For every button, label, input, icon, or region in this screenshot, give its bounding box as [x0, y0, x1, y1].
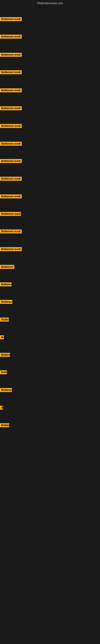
bottleneck-badge-label-18: Bottleneck result	[0, 318, 9, 322]
bottleneck-badge-label-22: Bottleneck result	[0, 388, 12, 392]
bottleneck-badge-label-11: Bottleneck result	[0, 194, 22, 198]
bottleneck-badge-11: Bottleneck result	[0, 194, 22, 199]
bottleneck-badge-15: Bottleneck result	[0, 265, 14, 270]
bottleneck-badge-22: Bottleneck result	[0, 388, 12, 393]
bottleneck-badge-label-15: Bottleneck result	[0, 265, 14, 269]
bottleneck-badge-label-17: Bottleneck result	[0, 300, 12, 304]
bottleneck-badge-label-19: Bottleneck result	[0, 335, 4, 339]
bottleneck-badge-label-4: Bottleneck result	[0, 70, 22, 74]
bottleneck-badge-label-12: Bottleneck result	[0, 212, 21, 216]
bottleneck-badge-21: Bottleneck result	[0, 370, 7, 375]
bottleneck-badge-label-21: Bottleneck result	[0, 370, 7, 374]
bottleneck-badge-label-3: Bottleneck result	[0, 53, 22, 57]
bottleneck-badge-2: Bottleneck result	[0, 34, 22, 40]
bottleneck-badge-label-24: Bottleneck result	[0, 423, 9, 427]
bottleneck-badge-label-20: Bottleneck result	[0, 353, 10, 357]
bottleneck-badge-24: Bottleneck result	[0, 423, 9, 428]
bottleneck-badge-12: Bottleneck result	[0, 212, 21, 217]
bottleneck-badge-3: Bottleneck result	[0, 53, 22, 58]
bottleneck-badge-label-7: Bottleneck result	[0, 124, 22, 128]
bottleneck-badge-label-1: Bottleneck result	[0, 17, 22, 21]
bottleneck-badge-18: Bottleneck result	[0, 318, 9, 322]
bottleneck-badge-8: Bottleneck result	[0, 142, 22, 146]
bottleneck-badge-label-9: Bottleneck result	[0, 159, 22, 163]
bottleneck-badge-14: Bottleneck result	[0, 247, 22, 252]
bottleneck-badge-label-10: Bottleneck result	[0, 177, 22, 181]
bottleneck-badge-16: Bottleneck result	[0, 282, 12, 287]
bottleneck-badge-5: Bottleneck result	[0, 88, 22, 93]
bottleneck-badge-10: Bottleneck result	[0, 177, 22, 182]
bottleneck-badge-7: Bottleneck result	[0, 124, 22, 129]
bottleneck-badge-6: Bottleneck result	[0, 106, 22, 111]
bottleneck-badge-13: Bottleneck result	[0, 230, 22, 234]
bottleneck-badge-23: Bottleneck result	[0, 406, 3, 410]
bottleneck-badge-label-23: Bottleneck result	[0, 406, 3, 410]
bottleneck-badge-label-16: Bottleneck result	[0, 282, 12, 286]
bottleneck-badge-label-14: Bottleneck result	[0, 247, 22, 251]
bottleneck-badge-20: Bottleneck result	[0, 353, 10, 358]
bottleneck-badge-label-6: Bottleneck result	[0, 106, 22, 110]
bottleneck-badge-label-13: Bottleneck result	[0, 230, 22, 234]
site-title: TheBottlenecker.com	[0, 0, 100, 6]
bottleneck-badge-1: Bottleneck result	[0, 17, 22, 22]
bottleneck-badge-label-8: Bottleneck result	[0, 142, 22, 146]
bottleneck-badge-4: Bottleneck result	[0, 70, 22, 75]
bottleneck-badge-label-2: Bottleneck result	[0, 34, 22, 39]
bottleneck-badge-19: Bottleneck result	[0, 335, 4, 340]
bottleneck-badge-label-5: Bottleneck result	[0, 88, 22, 92]
bottleneck-badge-17: Bottleneck result	[0, 300, 12, 305]
bottleneck-badge-9: Bottleneck result	[0, 159, 22, 164]
